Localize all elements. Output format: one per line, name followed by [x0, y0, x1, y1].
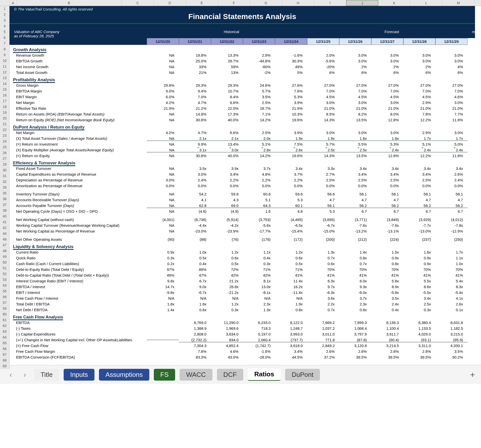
cell[interactable]: 13.0x	[243, 285, 275, 289]
cell[interactable]: 3.0%	[435, 100, 467, 105]
cell[interactable]: 27.0%	[435, 83, 467, 87]
cell[interactable]: 3.0%	[371, 131, 403, 135]
row-header-22[interactable]: 22	[0, 127, 9, 133]
cell[interactable]: 25.0%	[179, 59, 211, 63]
cell[interactable]: 50.2%	[435, 355, 467, 359]
cell[interactable]: 1.1x	[435, 256, 467, 260]
cell[interactable]: 6%	[435, 70, 467, 75]
cell[interactable]: 59.6	[275, 192, 307, 196]
cell[interactable]: 4.7	[403, 198, 435, 202]
cell[interactable]: 4.7%	[179, 100, 211, 105]
cell[interactable]: 21.0%	[435, 106, 467, 110]
cell[interactable]: 70%	[435, 267, 467, 272]
cell[interactable]: 8.1x	[243, 279, 275, 283]
cell[interactable]: 6.7	[403, 209, 435, 213]
cell[interactable]: 4.1x	[435, 296, 467, 300]
cell[interactable]: 12.8%	[371, 118, 403, 122]
cell[interactable]: 2.5x	[403, 302, 435, 306]
cell[interactable]: 3.4%	[339, 172, 371, 176]
col-header-D[interactable]: D	[154, 0, 186, 6]
cell[interactable]: 21.0%	[307, 106, 339, 110]
cell[interactable]: -23.9%	[211, 229, 243, 233]
cell[interactable]: 70%	[339, 267, 371, 272]
cell[interactable]: 0.8x	[371, 262, 403, 266]
cell[interactable]: 2,849.2	[307, 344, 339, 348]
cell[interactable]: 8,122.0	[275, 320, 307, 325]
cell[interactable]: 14.2%	[243, 118, 275, 122]
tab-fs[interactable]: FS	[154, 369, 175, 381]
cell[interactable]: 5.3%	[275, 95, 307, 99]
cell[interactable]: 4.8	[275, 209, 307, 213]
cell[interactable]: 3.5x	[371, 296, 403, 300]
cell[interactable]: -2%	[243, 70, 275, 75]
cell[interactable]: 21.9%	[275, 106, 307, 110]
cell[interactable]: NA	[147, 112, 179, 116]
cell[interactable]: 2.7%	[307, 172, 339, 176]
col-header-J[interactable]: J	[346, 0, 378, 6]
cell[interactable]: N/A	[179, 296, 211, 300]
row-header-52[interactable]: 52	[0, 271, 9, 277]
cell[interactable]: N/A	[243, 296, 275, 300]
cell[interactable]: 5%	[275, 70, 307, 75]
cell[interactable]: 0.7x	[339, 262, 371, 266]
cell[interactable]: 41%	[307, 273, 339, 277]
cell[interactable]: 7.6%	[275, 89, 307, 93]
cell[interactable]: 834.0	[211, 338, 243, 342]
row-header-9[interactable]: 9	[0, 52, 9, 58]
cell[interactable]: 89%	[179, 267, 211, 272]
cell[interactable]: 6.0x	[339, 279, 371, 283]
cell[interactable]: 3.5%	[243, 95, 275, 99]
cell[interactable]: 60.8	[243, 192, 275, 196]
cell[interactable]: 3.0%	[435, 59, 467, 63]
cell[interactable]: 0.9x	[403, 262, 435, 266]
cell[interactable]: 1.0x	[179, 250, 211, 254]
cell[interactable]: NA	[147, 136, 179, 141]
cell[interactable]: 14.3%	[307, 154, 339, 158]
cell[interactable]: 1.7x	[403, 136, 435, 141]
row-header-54[interactable]: 54	[0, 283, 9, 288]
cell[interactable]: -1.6%	[275, 53, 307, 57]
row-header-46[interactable]: 46	[0, 237, 9, 242]
cell[interactable]: 0.6x	[179, 308, 211, 312]
cell[interactable]: -9.8x	[147, 290, 179, 295]
row-header-59[interactable]: 59	[0, 306, 9, 311]
cell[interactable]: 7.1%	[243, 112, 275, 116]
cell[interactable]: -6.7x	[307, 223, 339, 228]
cell[interactable]: 0.0%	[339, 184, 371, 188]
cell[interactable]: 0.0%	[435, 184, 467, 188]
cell[interactable]: 9.0%	[147, 89, 179, 93]
cell[interactable]: 5.1	[243, 198, 275, 202]
cell[interactable]: 6%	[403, 70, 435, 75]
cell[interactable]: 69.0	[211, 203, 243, 208]
cell[interactable]: 2.5%	[371, 178, 403, 182]
cell[interactable]: (90.4)	[371, 338, 403, 342]
cell[interactable]: 72%	[211, 267, 243, 272]
cell[interactable]: 9.3x	[339, 285, 371, 289]
row-header-64[interactable]: 64	[0, 334, 9, 340]
col-header-B[interactable]: B	[17, 0, 122, 6]
cell[interactable]: 3,993.0	[275, 332, 307, 336]
cell[interactable]: 0.8x	[275, 308, 307, 312]
cell[interactable]: 3.7x	[243, 166, 275, 171]
cell[interactable]: (3,753)	[243, 217, 275, 222]
cell[interactable]: 3.0%	[435, 53, 467, 57]
row-header-6[interactable]: 6	[0, 35, 9, 41]
cell[interactable]: 2%	[339, 65, 371, 69]
cell[interactable]: -4.4x	[179, 223, 211, 228]
cell[interactable]: 3.7x	[339, 296, 371, 300]
cell[interactable]: (2,732.2)	[179, 338, 211, 342]
cell[interactable]: 1.3x	[243, 308, 275, 312]
row-header-57[interactable]: 57	[0, 300, 9, 306]
cell[interactable]: 1,037.2	[307, 326, 339, 330]
cell[interactable]: 9.7x	[307, 285, 339, 289]
cell[interactable]: 5.7%	[307, 142, 339, 146]
cell[interactable]: NA	[147, 203, 179, 208]
cell[interactable]: -17.7%	[243, 229, 275, 233]
cell[interactable]: 17.3%	[211, 112, 243, 116]
col-header-A[interactable]: A	[10, 0, 17, 6]
cell[interactable]: (76)	[211, 237, 243, 242]
cell[interactable]: 1.8x	[339, 136, 371, 141]
cell[interactable]: 2.6%	[307, 349, 339, 354]
row-header-63[interactable]: 63	[0, 329, 9, 334]
row-header-60[interactable]: 60	[0, 311, 9, 317]
